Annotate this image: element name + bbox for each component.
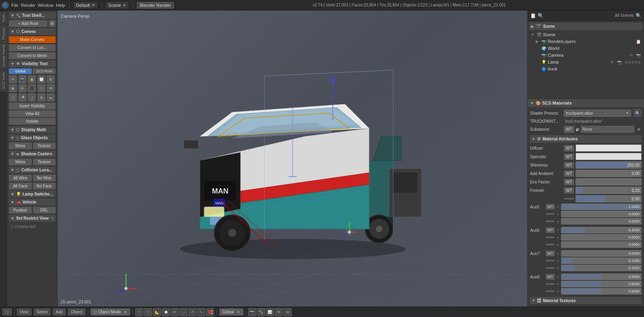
bb-right-icon-1[interactable]: 📷 [248,308,256,316]
env-factor-field[interactable] [576,178,642,185]
window-menu[interactable]: Window [38,3,54,8]
visibility-tool-header[interactable]: ▼ 👁 Visibility Tool [9,60,56,67]
bb-icon-move[interactable]: ↔ [180,308,188,316]
outliner-item-truck[interactable]: 🔷 truck [529,66,642,72]
outliner-item-renderlayers[interactable]: ▶ 📷 RenderLayers 📋 [529,38,642,45]
no-wire-button[interactable]: No Wire [33,175,56,181]
set-restrict-view-header[interactable]: ▼ Set Restrict View ⚙ [9,215,56,222]
bottom-icon-button[interactable]: ⬡ [2,309,12,315]
add-ambient-slider[interactable]: 0.00 [576,170,642,177]
shader-dropdown[interactable]: truckpaint.altuv ▼ [564,110,631,117]
outliner-item-scene[interactable]: ▼ 🎬 Scene [529,31,642,38]
shader-search-button[interactable]: 🔍 [634,109,642,117]
vis-icon-14[interactable]: ⧫ [37,93,45,101]
vis-icon-3[interactable]: 🔒 [28,75,36,83]
viewport[interactable]: Camera Persp [58,10,527,307]
vis-icon-15[interactable]: ☁ [47,93,55,101]
vis-icon-11[interactable]: ☐ [9,93,17,101]
bb-icon-scale[interactable]: ⤡ [197,308,205,316]
aux8-field-3[interactable]: 0.5000 [561,288,642,294]
vis-icon-9[interactable]: ⬡ [37,84,45,92]
all-face-button[interactable]: All Face [9,183,32,189]
select-menu-button[interactable]: Select [34,309,51,315]
bb-icon-snap[interactable]: 🧲 [206,308,214,316]
isolate-button[interactable]: Isolate [9,118,56,125]
vis-icon-1[interactable]: 👁 [9,75,17,83]
vehicle-header[interactable]: ▼ 🚗 Vehicle [9,199,56,206]
shadow-casters-header[interactable]: ▼ ◈ Shadow Casters [9,150,56,157]
vis-icon-6[interactable]: ▣ [9,84,17,92]
bb-right-icon-2[interactable]: 🔧 [257,308,265,316]
display-math-header[interactable]: ▼ ⬡ Display Math [9,126,56,133]
rph-icon-2[interactable]: 🔍 [538,13,544,19]
vis-icon-5[interactable]: ◐ [47,75,55,83]
specular-color-field[interactable] [576,153,642,160]
transform-space-selector[interactable]: Global ▼ [219,309,243,315]
physics-tab[interactable]: Physics [0,25,7,42]
outliner-item-camera[interactable]: 📷 Camera 👁 📷 [529,52,642,58]
aux6-field-2[interactable]: 0.0000 [561,234,642,241]
drl-button[interactable]: DRL [33,207,56,214]
lamp-render-icon[interactable]: 📷 [617,60,622,64]
material-attributes-header[interactable]: ▼ ⚙ Material Attributes [530,135,642,143]
vis-icon-2[interactable]: 📷 [19,75,27,83]
vis-icon-12[interactable]: 🔎 [19,93,27,101]
aux8-field-2[interactable]: 0.5000 [561,281,642,287]
bb-icon-rotate[interactable]: ↺ [188,308,196,316]
workspace-selector[interactable]: Default ▼ [74,2,98,8]
shadow-wires-button[interactable]: Wires [9,158,32,165]
bb-icon-5[interactable]: ⟳ [171,308,179,316]
aux8-wt[interactable]: WT [546,274,555,280]
scene-selector[interactable]: Scene ▼ [106,2,128,8]
all-wire-button[interactable]: All Wire [9,175,32,181]
vis-icon-8[interactable]: ⬛ [28,84,36,92]
glass-objects-header[interactable]: ▼ ◇ Glass Objects [9,134,56,141]
convert-to-loc-button[interactable]: Convert to Loc... [9,44,56,51]
aux7-field-3[interactable]: 0.1620 [561,265,642,271]
outliner-item-world[interactable]: 🌍 World [529,45,642,51]
bb-icon-2[interactable]: ⬡ [144,308,152,316]
camera-render-icon[interactable]: 📷 [636,53,641,58]
scene-header[interactable]: ▶ 🎬 Scene [529,23,642,30]
lamp-switches-header[interactable]: ▼ 💡 Lamp Switche... [9,191,56,198]
vis-icon-13[interactable]: ⊿ [28,93,36,101]
file-menu[interactable]: File [11,3,19,8]
object-menu-button[interactable]: Object [68,309,85,315]
invert-visibility-button[interactable]: Invert Visibility [9,103,56,109]
material-textures-header[interactable]: ▼ 🖼 Material Textures [530,297,642,304]
diffuse-color-field[interactable] [576,144,642,152]
scs-tools-tab[interactable]: SCS Tools [0,70,7,91]
no-face-button[interactable]: No Face [33,183,56,189]
env-factor-wt[interactable]: WT [564,179,574,185]
bb-right-icon-5[interactable]: ⚙ [284,308,292,316]
shininess-wt[interactable]: WT [564,162,574,168]
render-menu[interactable]: Render [21,3,35,8]
glass-texture-button[interactable]: Texture [33,142,56,149]
fresnel-field-1[interactable]: 0.20 [576,187,642,194]
scs-root-tab-button[interactable]: SCS Root [33,68,56,74]
aux7-wt[interactable]: WT [546,251,555,256]
aux5-field-1[interactable]: 1.0000 [561,204,642,210]
vis-icon-4[interactable]: ⬜ [37,75,45,83]
tool-shelf-header[interactable]: ▼ 🔧 Tool Shelf... [9,12,56,19]
renderlayers-extra[interactable]: 📋 [636,39,641,44]
vis-icon-10[interactable]: ✱ [47,84,55,92]
tools-tab[interactable]: Tools [0,12,7,25]
aux6-field-1[interactable]: 0.3000 [561,227,642,233]
add-root-extra[interactable]: ⚙ [49,20,56,27]
add-menu-button[interactable]: Add [53,309,66,315]
vis-icon-7[interactable]: ⊞ [19,84,27,92]
bb-icon-1[interactable]: ⬡ [135,308,143,316]
convex-section-header[interactable]: ▼ ⬡ Convex [9,28,56,35]
position-button[interactable]: Position [9,207,32,214]
aux7-field-1[interactable]: 0.0000 [561,250,642,257]
specular-wt[interactable]: WT [564,154,574,160]
mode-selector[interactable]: ⬡ Object Mode ▼ [91,309,130,315]
bb-right-icon-4[interactable]: 👁 [275,308,283,316]
shininess-field[interactable]: 250.00 [576,161,642,169]
aux6-wt[interactable]: WT [546,227,555,233]
convert-to-mesh-button[interactable]: Convert to Mesh [9,52,56,59]
add-ambient-wt[interactable]: WT [564,171,574,177]
aux7-field-2[interactable]: 0.1320 [561,257,642,264]
shininess-slider[interactable]: 250.00 [576,161,642,169]
